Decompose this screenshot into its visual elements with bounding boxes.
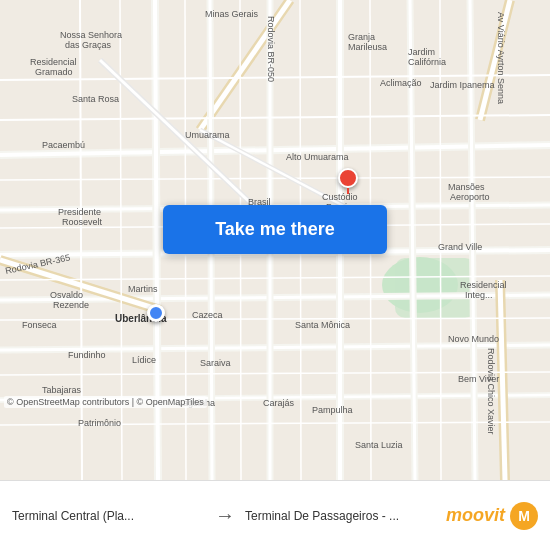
map-container: Minas Gerais Granja Marileusa Aclimação … <box>0 0 550 480</box>
svg-text:Nossa Senhora: Nossa Senhora <box>60 30 122 40</box>
svg-text:Umuarama: Umuarama <box>185 130 230 140</box>
svg-text:Presidente: Presidente <box>58 207 101 217</box>
moovit-logo: moovit M <box>446 502 538 530</box>
svg-text:Carajás: Carajás <box>263 398 295 408</box>
svg-text:Alto Umuarama: Alto Umuarama <box>286 152 349 162</box>
svg-text:Granja: Granja <box>348 32 375 42</box>
svg-text:Rodovia Chico Xavier: Rodovia Chico Xavier <box>486 348 496 435</box>
svg-text:Residencial: Residencial <box>30 57 77 67</box>
svg-text:Jardim Ipanema: Jardim Ipanema <box>430 80 495 90</box>
svg-text:Rezende: Rezende <box>53 300 89 310</box>
svg-text:Jardim: Jardim <box>408 47 435 57</box>
map-attribution: © OpenStreetMap contributors | © OpenMap… <box>4 396 207 408</box>
route-arrow: → <box>205 504 245 527</box>
svg-text:Cazeca: Cazeca <box>192 310 223 320</box>
svg-text:Residencial: Residencial <box>460 280 507 290</box>
svg-text:Rodovia BR-050: Rodovia BR-050 <box>266 16 276 82</box>
bottom-bar: Terminal Central (Pla... → Terminal De P… <box>0 480 550 550</box>
origin-marker <box>147 304 165 322</box>
svg-text:Santa Luzia: Santa Luzia <box>355 440 403 450</box>
svg-text:Av Viário Ayrton Senna: Av Viário Ayrton Senna <box>496 12 506 104</box>
moovit-icon-letter: M <box>518 508 530 524</box>
svg-text:Novo Mundo: Novo Mundo <box>448 334 499 344</box>
svg-text:Patrimônio: Patrimônio <box>78 418 121 428</box>
route-to-label: Terminal De Passageiros - ... <box>245 509 399 523</box>
svg-text:das Graças: das Graças <box>65 40 112 50</box>
svg-text:Integ...: Integ... <box>465 290 493 300</box>
svg-line-49 <box>440 0 441 480</box>
svg-text:Martins: Martins <box>128 284 158 294</box>
svg-text:Osvaldo: Osvaldo <box>50 290 83 300</box>
svg-text:Santa Mônica: Santa Mônica <box>295 320 350 330</box>
svg-text:Califórnia: Califórnia <box>408 57 446 67</box>
svg-text:Lídice: Lídice <box>132 355 156 365</box>
svg-text:Aeroporto: Aeroporto <box>450 192 490 202</box>
svg-text:Fundinho: Fundinho <box>68 350 106 360</box>
destination-marker <box>338 168 358 194</box>
moovit-text: moovit <box>446 505 505 526</box>
svg-text:Grand Ville: Grand Ville <box>438 242 482 252</box>
svg-text:Tabajaras: Tabajaras <box>42 385 82 395</box>
svg-text:Saraiva: Saraiva <box>200 358 231 368</box>
svg-text:Marileusa: Marileusa <box>348 42 387 52</box>
svg-text:Santa Rosa: Santa Rosa <box>72 94 119 104</box>
svg-text:Pacaembú: Pacaembú <box>42 140 85 150</box>
svg-text:Minas Gerais: Minas Gerais <box>205 9 259 19</box>
svg-text:Fonseca: Fonseca <box>22 320 57 330</box>
svg-text:Gramado: Gramado <box>35 67 73 77</box>
svg-text:Mansões: Mansões <box>448 182 485 192</box>
moovit-icon: M <box>510 502 538 530</box>
svg-text:Pampulha: Pampulha <box>312 405 353 415</box>
route-from-label: Terminal Central (Pla... <box>12 509 134 523</box>
route-from: Terminal Central (Pla... <box>12 509 205 523</box>
svg-text:Aclimação: Aclimação <box>380 78 422 88</box>
take-me-there-button[interactable]: Take me there <box>163 205 387 254</box>
route-to: Terminal De Passageiros - ... <box>245 509 438 523</box>
svg-text:Roosevelt: Roosevelt <box>62 217 103 227</box>
